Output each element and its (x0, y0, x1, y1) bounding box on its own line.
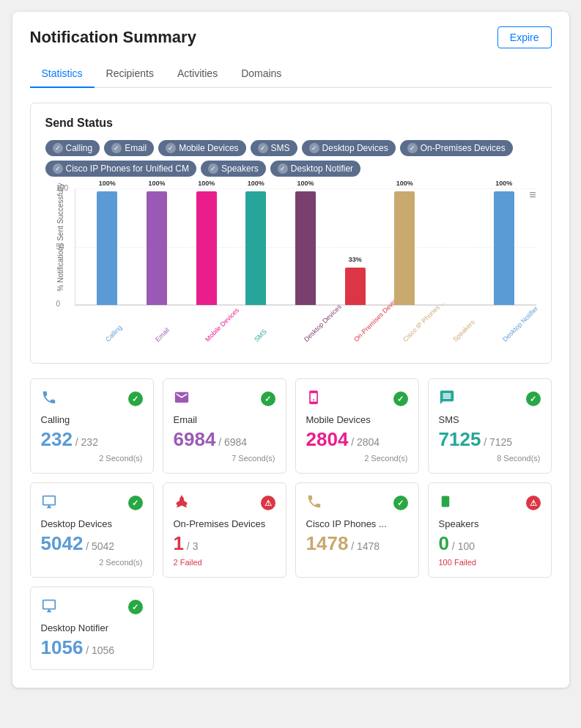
metric-total: / 5042 (83, 540, 114, 552)
metric-value-row: 232 / 232 (41, 428, 143, 451)
metric-total: / 1056 (83, 644, 114, 656)
bar-group: 100%Mobile Devices (182, 191, 232, 305)
metric-icon (306, 493, 322, 512)
bar-group: 33%On-Premises Devices (330, 268, 380, 305)
filter-chip[interactable]: ✓Cisco IP Phones for Unified CM (45, 161, 197, 177)
chip-check-icon: ✓ (278, 163, 288, 174)
bar-x-label: Email (154, 326, 171, 343)
chip-check-icon: ✓ (53, 143, 63, 153)
filter-chip[interactable]: ✓Calling (45, 140, 100, 156)
bar: 100%Mobile Devices (196, 191, 217, 305)
main-card: Notification Summary Expire Statistics R… (12, 12, 569, 688)
metrics-row-2: ✓Desktop Devices5042 / 50422 Second(s)⚠O… (30, 482, 552, 578)
metric-icon (439, 493, 452, 512)
status-badge: ✓ (393, 496, 408, 510)
bar-x-label: Calling (104, 324, 124, 344)
status-badge: ⚠ (526, 496, 541, 510)
filter-chip[interactable]: ✓Email (104, 140, 154, 156)
metric-icon (41, 598, 57, 617)
metric-icon-row: ✓ (41, 389, 143, 408)
bar-group: 100%Desktop Notifier (479, 191, 529, 305)
metric-icon-row: ✓ (41, 598, 143, 617)
send-status-title: Send Status (45, 117, 536, 130)
bar-group: 100%Email (132, 191, 182, 305)
chip-check-icon: ✓ (53, 163, 63, 174)
metric-total: / 232 (73, 436, 98, 448)
metric-value: 1478 (306, 532, 349, 554)
metric-name: On-Premises Devices (174, 518, 275, 529)
metric-name: Mobile Devices (306, 414, 408, 425)
metric-card: ✓Desktop Devices5042 / 50422 Second(s) (30, 482, 154, 578)
bar: 100%Calling (97, 191, 117, 305)
metric-value: 2804 (306, 428, 349, 450)
tab-domains[interactable]: Domains (229, 60, 293, 88)
chip-check-icon: ✓ (166, 143, 176, 153)
bar-x-label: Desktop Devices (303, 303, 343, 343)
metric-time: 2 Second(s) (306, 454, 408, 463)
metric-total: / 6984 (215, 436, 247, 448)
status-badge: ✓ (393, 391, 408, 406)
metric-value: 1056 (41, 636, 84, 658)
filter-chip[interactable]: ✓On-Premises Devices (400, 140, 513, 156)
status-badge: ✓ (128, 600, 143, 614)
metric-value: 1 (174, 532, 184, 554)
y-axis-label: % Notifications Sent Successfully (56, 203, 64, 291)
tab-statistics[interactable]: Statistics (30, 60, 95, 88)
bar-x-label: Speakers (451, 318, 476, 343)
filter-chip[interactable]: ✓Mobile Devices (158, 140, 245, 156)
metric-total: / 7125 (481, 436, 512, 448)
metric-name: Email (174, 414, 275, 425)
metric-value-row: 1 / 3 (174, 532, 275, 555)
metric-value-row: 1478 / 1478 (306, 532, 408, 555)
status-badge: ✓ (526, 391, 541, 406)
metric-icon-row: ✓ (306, 389, 408, 408)
metric-card: ✓Cisco IP Phones ...1478 / 1478 (295, 482, 419, 578)
chart-bars: 100%Calling100%Email100%Mobile Devices10… (75, 188, 536, 305)
bar-group: 100%Calling (83, 191, 133, 305)
bar-x-label: Mobile Devices (204, 306, 240, 343)
metric-time: 2 Second(s) (41, 454, 143, 463)
chip-check-icon: ✓ (407, 143, 418, 153)
metric-icon (174, 389, 190, 408)
chart-inner: 100 50 0 100%Calling100%Email100%Mobile … (75, 188, 536, 306)
metric-value-row: 7125 / 7125 (439, 428, 541, 451)
bar-chart: ≡ % Notifications Sent Successfully 100 … (45, 188, 536, 350)
metric-name: SMS (439, 414, 541, 425)
chip-check-icon: ✓ (309, 143, 319, 153)
metric-icon-row: ⚠ (439, 493, 541, 512)
filter-chip[interactable]: ✓SMS (251, 140, 297, 156)
metric-icon (41, 389, 57, 408)
metric-icon (439, 389, 455, 408)
bar-value-label: 100% (495, 180, 512, 187)
metric-card: ✓Desktop Notifier1056 / 1056 (30, 587, 154, 670)
svg-point-2 (443, 501, 447, 504)
chip-check-icon: ✓ (258, 143, 268, 153)
metric-value: 5042 (41, 532, 84, 554)
expire-button[interactable]: Expire (497, 26, 552, 48)
bar: 33%On-Premises Devices (345, 268, 366, 305)
bar-value-label: 100% (396, 180, 413, 187)
filter-chip[interactable]: ✓Desktop Notifier (270, 161, 360, 177)
metric-total: / 3 (184, 540, 198, 552)
metric-failed: 100 Failed (439, 558, 541, 567)
tab-recipients[interactable]: Recipients (95, 60, 166, 88)
metric-value-row: 6984 / 6984 (174, 428, 275, 451)
filter-chip[interactable]: ✓Speakers (201, 161, 266, 177)
bar-x-label: SMS (253, 328, 268, 343)
bar-group: 100%Cisco IP Phones ... (380, 191, 430, 305)
bar: 100%Desktop Notifier (494, 191, 514, 305)
metric-value-row: 0 / 100 (439, 532, 541, 555)
metric-value-row: 5042 / 5042 (41, 532, 143, 555)
svg-point-3 (445, 498, 446, 499)
bar: 100%Cisco IP Phones ... (394, 191, 415, 305)
metric-name: Desktop Notifier (41, 622, 143, 633)
bar-value-label: 100% (198, 180, 215, 187)
bar-x-label: Cisco IP Phones ... (401, 298, 446, 343)
bar-group: 100%SMS (232, 191, 281, 305)
metric-failed: 2 Failed (174, 558, 275, 567)
filter-chip[interactable]: ✓Desktop Devices (302, 140, 396, 156)
metric-icon-row: ✓ (306, 493, 408, 512)
status-badge: ✓ (261, 391, 275, 406)
metric-time: 8 Second(s) (439, 454, 541, 463)
tab-activities[interactable]: Activities (166, 60, 229, 88)
